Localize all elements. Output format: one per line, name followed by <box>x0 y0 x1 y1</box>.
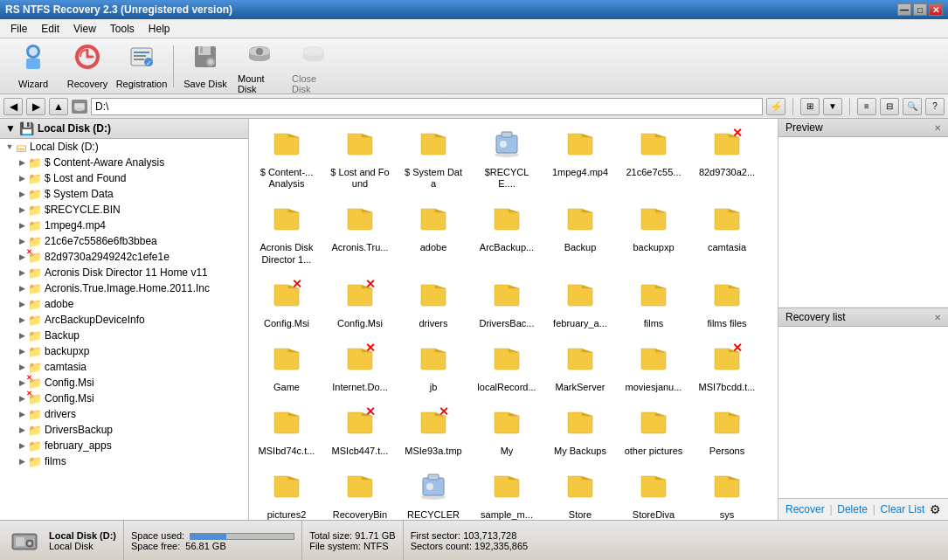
tree-item-11[interactable]: ▶ 📁 Backup <box>0 328 248 343</box>
file-item[interactable]: ArcBackup... <box>473 197 541 269</box>
back-button[interactable]: ◀ <box>3 98 23 115</box>
mount-disk-button[interactable]: Mount Disk <box>233 43 286 90</box>
file-item[interactable]: ✕ MSI7bcdd.t... <box>693 337 761 398</box>
file-item[interactable]: jb <box>399 337 467 398</box>
tree-item-14[interactable]: ▶ 📁 ✕ Config.Msi <box>0 375 248 391</box>
maximize-button[interactable]: □ <box>913 3 927 16</box>
file-item[interactable]: localRecord... <box>473 337 541 398</box>
file-item[interactable]: adobe <box>399 197 467 269</box>
file-item[interactable]: Game <box>253 337 321 398</box>
file-item[interactable]: february_a... <box>546 273 614 334</box>
preview-close-button[interactable]: ✕ <box>934 123 941 133</box>
svg-point-19 <box>303 47 324 56</box>
file-item[interactable]: Acronis.Tru... <box>326 197 394 269</box>
tree-item-5[interactable]: ▶ 📁 21c6e7c5586e6fb3bbea <box>0 233 248 249</box>
help-button[interactable]: ? <box>925 98 945 115</box>
tree-item-18[interactable]: ▶ 📁 february_apps <box>0 438 248 453</box>
file-item[interactable]: ✕ 82d9730a2... <box>693 122 761 194</box>
file-item[interactable]: ✕ Internet.Do... <box>326 337 394 398</box>
file-item[interactable]: other pictures <box>619 401 688 461</box>
menu-edit[interactable]: Edit <box>34 21 66 37</box>
close-disk-button[interactable]: Close Disk <box>287 43 340 90</box>
view-grid-button[interactable]: ⊟ <box>880 98 899 115</box>
tree-item-localdisk[interactable]: ▼ 🖴 Local Disk (D:) <box>0 139 248 155</box>
tree-item-4[interactable]: ▶ 📁 1mpeg4.mp4 <box>0 218 248 233</box>
file-item[interactable]: films files <box>693 273 761 334</box>
tree-item-13[interactable]: ▶ 📁 camtasia <box>0 359 248 375</box>
tree-item-19[interactable]: ▶ 📁 films <box>0 453 248 469</box>
file-item[interactable]: $ Content-... Analysis <box>253 122 321 194</box>
tree-item-9[interactable]: ▶ 📁 adobe <box>0 296 248 312</box>
file-item[interactable]: films <box>619 273 688 334</box>
file-icon <box>344 202 376 240</box>
file-item[interactable]: Acronis Disk Director 1... <box>253 197 321 269</box>
tree-item-10[interactable]: ▶ 📁 ArcBackupDeviceInfo <box>0 312 248 328</box>
file-item[interactable]: DriversBac... <box>473 273 541 334</box>
view-options-button[interactable]: ⊞ <box>800 98 820 115</box>
tree-item-1[interactable]: ▶ 📁 $ Lost and Found <box>0 170 248 186</box>
file-item[interactable]: pictures2 <box>253 465 321 520</box>
file-item[interactable]: ✕ MSIcb447.t... <box>326 401 394 461</box>
filter-button[interactable]: ▼ <box>823 98 842 115</box>
clear-list-button[interactable]: Clear List <box>881 503 925 515</box>
menu-help[interactable]: Help <box>142 21 177 37</box>
file-item[interactable]: $RECYCLE.... <box>473 122 541 194</box>
registration-button[interactable]: ✓ Registration <box>115 43 168 90</box>
address-input[interactable] <box>91 98 763 115</box>
file-item[interactable]: ✕ Config.Msi <box>326 273 394 334</box>
tree-item-12[interactable]: ▶ 📁 backupxp <box>0 343 248 359</box>
file-item[interactable]: My <box>473 401 541 461</box>
preview-panel-header: Preview ✕ <box>778 119 948 137</box>
file-item[interactable]: Backup <box>546 197 614 269</box>
file-item[interactable]: MSIbd74c.t... <box>253 401 321 461</box>
menu-bar: File Edit View Tools Help <box>0 19 948 38</box>
search-button[interactable]: 🔍 <box>903 98 922 115</box>
view-list-button[interactable]: ≡ <box>857 98 876 115</box>
menu-view[interactable]: View <box>66 21 103 37</box>
file-item[interactable]: StoreDiva M... <box>619 465 688 520</box>
file-item[interactable]: 21c6e7c55... <box>619 122 688 194</box>
file-item[interactable]: $ System Data <box>399 122 467 194</box>
minimize-button[interactable]: — <box>897 3 911 16</box>
close-button[interactable]: ✕ <box>929 3 943 16</box>
tree-item-8[interactable]: ▶ 📁 Acronis.True.Image.Home.2011.Inc <box>0 280 248 296</box>
tree-item-0[interactable]: ▶ 📁 $ Content-Aware Analysis <box>0 155 248 170</box>
file-item[interactable]: drivers <box>399 273 467 334</box>
save-disk-button[interactable]: Save Disk <box>179 43 232 90</box>
menu-file[interactable]: File <box>3 21 34 37</box>
tree-item-15[interactable]: ▶ 📁 ✕ Config.Msi <box>0 391 248 406</box>
up-button[interactable]: ▲ <box>49 98 68 115</box>
recovery-list-close-button[interactable]: ✕ <box>934 313 941 322</box>
tree-item-7[interactable]: ▶ 📁 Acronis Disk Director 11 Home v11 <box>0 265 248 280</box>
file-item[interactable]: moviesjanu... <box>619 337 688 398</box>
file-item[interactable]: My Backups <box>546 401 614 461</box>
file-item[interactable]: RecoveryBin <box>326 465 394 520</box>
wizard-button[interactable]: Wizard <box>7 43 59 90</box>
file-item[interactable]: camtasia <box>693 197 761 269</box>
file-item[interactable]: Persons <box>693 401 761 461</box>
file-item[interactable]: RECYCLER <box>399 465 467 520</box>
forward-button[interactable]: ▶ <box>26 98 45 115</box>
menu-tools[interactable]: Tools <box>103 21 142 37</box>
tree-item-3[interactable]: ▶ 📁 $RECYCLE.BIN <box>0 202 248 218</box>
file-item[interactable]: backupxp <box>619 197 688 269</box>
file-item[interactable]: MarkServer <box>546 337 614 398</box>
file-name: MSI7bcdd.t... <box>699 382 756 393</box>
file-item[interactable]: $ Lost and Found <box>326 122 394 194</box>
file-item[interactable]: sys <box>693 465 761 520</box>
refresh-button[interactable]: ⚡ <box>766 98 785 115</box>
tree-item-16[interactable]: ▶ 📁 drivers <box>0 406 248 422</box>
file-item[interactable]: ✕ Config.Msi <box>253 273 321 334</box>
tree-item-2[interactable]: ▶ 📁 $ System Data <box>0 186 248 202</box>
tree-item-17[interactable]: ▶ 📁 DriversBackup <box>0 422 248 438</box>
recover-button[interactable]: Recover <box>785 503 825 515</box>
tree-collapse-icon[interactable]: ▼ <box>5 122 16 135</box>
file-item[interactable]: ✕ MSIe93a.tmp <box>399 401 467 461</box>
settings-icon[interactable]: ⚙ <box>930 502 941 516</box>
file-item[interactable]: 1mpeg4.mp4 <box>546 122 614 194</box>
delete-button[interactable]: Delete <box>837 503 868 515</box>
recovery-button[interactable]: Recovery <box>61 43 114 90</box>
file-item[interactable]: Store <box>546 465 614 520</box>
tree-item-6[interactable]: ▶ 📁 ✕ 82d9730a2949242c1efe1e <box>0 249 248 265</box>
file-item[interactable]: sample_m... <box>473 465 541 520</box>
